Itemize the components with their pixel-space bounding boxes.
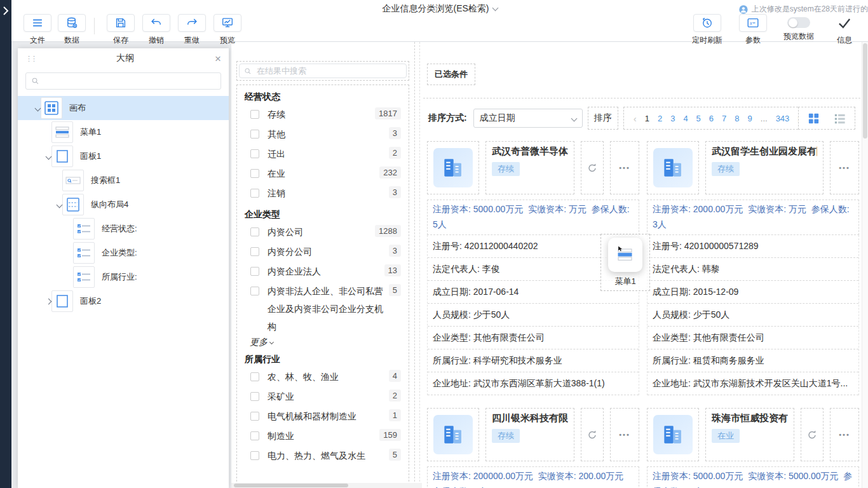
filter-option-label: 存续 — [268, 105, 375, 123]
filter-option-count: 2 — [389, 390, 401, 402]
more-actions-button[interactable]: ••• — [610, 408, 639, 461]
checkbox[interactable] — [250, 227, 259, 236]
checkbox[interactable] — [250, 287, 259, 295]
tool-params[interactable]: x=参数 — [733, 14, 773, 46]
more-actions-button[interactable]: ••• — [830, 408, 859, 461]
company-name-box[interactable]: 武汉奇普微半导体有限公司存续 — [485, 141, 574, 194]
filter-option[interactable]: 电力、热力、燃气及水生5 — [245, 446, 401, 466]
filter-option[interactable]: 采矿业2 — [245, 387, 401, 407]
tool-data[interactable]: 数据 — [55, 14, 89, 46]
refresh-button[interactable] — [801, 408, 824, 461]
company-name-box[interactable]: 武汉留学生创业园发展有限公司存续 — [705, 141, 824, 194]
tree-item-纵向布局4[interactable]: 纵向布局4 — [18, 193, 229, 217]
tree-item-搜索框1[interactable]: 搜索框1 — [18, 168, 229, 193]
company-name-box[interactable]: 四川银米科技有限责任公司存续 — [485, 408, 574, 461]
more-actions-button[interactable]: ••• — [830, 141, 859, 194]
drag-handle-icon[interactable]: ⋮⋮ — [25, 55, 36, 63]
grid-view-icon[interactable] — [807, 112, 820, 125]
page-3[interactable]: 3 — [670, 114, 675, 123]
page-1[interactable]: 1 — [645, 114, 649, 123]
tool-preview-data[interactable]: 预览数据 — [779, 14, 818, 42]
more-link[interactable]: 更多 — [250, 337, 401, 348]
drag-ghost-menu1[interactable]: 菜单1 — [600, 234, 650, 291]
sort-button[interactable]: 排序 — [588, 107, 618, 130]
page-8[interactable]: 8 — [735, 114, 739, 123]
tree-item-面板2[interactable]: 面板2 — [18, 289, 229, 313]
scrollbar-thumb[interactable] — [863, 43, 867, 139]
company-field-row: 企业地址: 武汉市东湖新技术开发区关山大道1号... — [648, 372, 858, 395]
page-2[interactable]: 2 — [658, 114, 662, 123]
filter-option-label: 其他 — [268, 125, 389, 143]
list-view-icon[interactable] — [833, 112, 846, 125]
checkbox[interactable] — [250, 372, 259, 381]
tool-redo[interactable]: 重做 — [175, 14, 209, 46]
tool-file[interactable]: 文件 — [20, 14, 55, 46]
checkbox[interactable] — [250, 169, 259, 178]
checkbox[interactable] — [250, 149, 259, 158]
chevron-right-icon[interactable] — [41, 299, 51, 304]
filter-option[interactable]: 内资非法人企业、非公司私营企业及内资非公司企业分支机构5 — [245, 281, 401, 336]
tree-item-面板1[interactable]: 面板1 — [18, 144, 229, 168]
tool-info[interactable]: 信息 — [825, 14, 864, 46]
tree-item-经营状态[interactable]: 经营状态: — [18, 217, 229, 241]
tool-save[interactable]: 保存 — [104, 14, 138, 46]
tree-item-企业类型[interactable]: 企业类型: — [18, 241, 229, 265]
tool-preview[interactable]: 预览 — [210, 14, 245, 46]
page-4[interactable]: 4 — [683, 114, 688, 123]
filter-option[interactable]: 注销3 — [245, 184, 401, 203]
filter-option[interactable]: 迁出2 — [245, 144, 401, 164]
page-6[interactable]: 6 — [709, 114, 714, 123]
filter-option[interactable]: 内资公司1288 — [245, 222, 401, 242]
filter-option[interactable]: 电气机械和器材制造业1 — [245, 407, 401, 426]
page-5[interactable]: 5 — [696, 114, 701, 123]
page-343[interactable]: 343 — [776, 114, 790, 123]
company-icon-box — [427, 141, 479, 194]
result-search-input[interactable] — [255, 65, 402, 76]
expand-rail-icon[interactable] — [1, 4, 11, 20]
checkbox[interactable] — [250, 431, 259, 440]
outline-header: ⋮⋮ 大纲 × — [18, 48, 229, 69]
filter-option[interactable]: 在业232 — [245, 164, 401, 184]
page-7[interactable]: 7 — [722, 114, 726, 123]
vertical-scrollbar[interactable] — [862, 42, 868, 488]
selected-conditions[interactable]: 已选条件 — [427, 64, 475, 85]
close-icon[interactable]: × — [215, 53, 221, 64]
page-9[interactable]: 9 — [748, 114, 752, 123]
outline-search[interactable] — [25, 72, 221, 90]
tree-item-画布[interactable]: 画布 — [18, 96, 229, 120]
preview-data-toggle[interactable] — [787, 17, 810, 28]
filter-option[interactable]: 存续1817 — [245, 105, 401, 125]
tool-timed-refresh[interactable]: 定时刷新 — [688, 14, 727, 46]
chevron-down-icon[interactable] — [41, 154, 51, 159]
tool-undo[interactable]: 撤销 — [139, 14, 173, 46]
checkbox[interactable] — [250, 130, 259, 139]
scrollbar-thumb[interactable] — [234, 484, 348, 487]
checkbox[interactable] — [250, 412, 259, 421]
chevron-down-icon[interactable] — [52, 203, 62, 207]
horizontal-scrollbar[interactable] — [231, 483, 422, 488]
checkbox[interactable] — [250, 189, 259, 198]
company-field-row: 企业类型: 其他有限责任公司 — [648, 327, 858, 349]
result-search-box[interactable] — [239, 64, 407, 78]
checkbox[interactable] — [250, 247, 259, 256]
page-prev[interactable]: ‹ — [634, 113, 637, 124]
checkbox[interactable] — [250, 451, 259, 460]
tree-item-所属行业[interactable]: 所属行业: — [18, 265, 229, 289]
outline-search-input[interactable] — [44, 76, 216, 86]
company-name-box[interactable]: 珠海市恒威投资有限公司在业 — [705, 408, 794, 461]
filter-option[interactable]: 其他3 — [245, 125, 401, 144]
filter-option[interactable]: 内资分公司3 — [245, 242, 401, 262]
filter-option[interactable]: 农、林、牧、渔业4 — [245, 367, 401, 387]
checkbox[interactable] — [250, 392, 259, 401]
refresh-button[interactable] — [581, 141, 604, 194]
checkbox[interactable] — [250, 267, 259, 276]
filter-group-title: 企业类型 — [245, 209, 401, 220]
refresh-button[interactable] — [581, 408, 604, 461]
more-actions-button[interactable]: ••• — [610, 141, 639, 194]
checkbox[interactable] — [250, 110, 259, 119]
chevron-down-icon[interactable] — [31, 106, 41, 111]
tree-item-菜单1[interactable]: 菜单1 — [18, 120, 229, 144]
sort-select[interactable]: 成立日期 — [473, 109, 583, 128]
filter-option[interactable]: 内资企业法人13 — [245, 262, 401, 281]
filter-option[interactable]: 制造业159 — [245, 426, 401, 446]
